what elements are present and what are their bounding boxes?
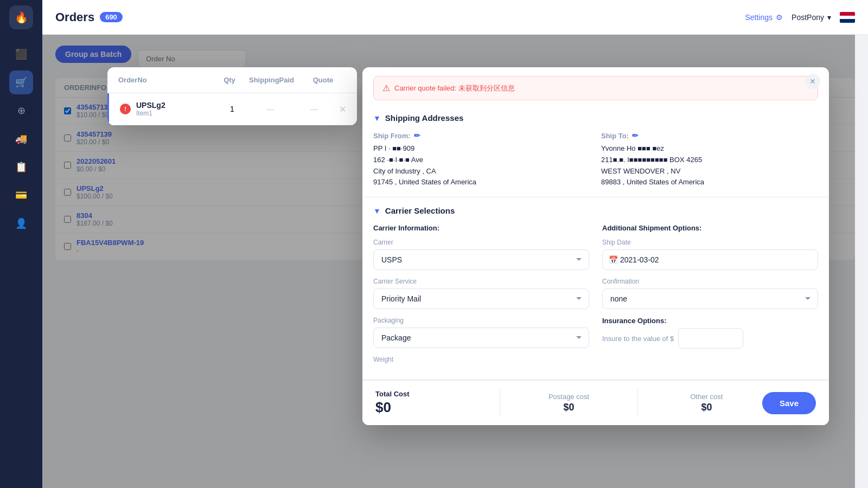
products-icon: 🛒 (15, 76, 27, 88)
total-cost-value: $0 (375, 399, 487, 416)
chevron-collapse-icon[interactable]: ▼ (373, 114, 381, 123)
carrier-select[interactable]: USPS (373, 249, 589, 270)
weight-form-group: Weight (373, 356, 589, 363)
insurance-value-input[interactable] (678, 328, 743, 349)
carrier-error-banner: ⚠ Carrier quote failed: 未获取到分区信息 (373, 76, 818, 100)
orders-count-badge: 690 (100, 12, 123, 22)
calendar-icon: 📅 (609, 255, 618, 264)
save-button[interactable]: Save (762, 392, 816, 414)
packaging-form-group: Packaging Package (373, 317, 589, 348)
shipping-addresses-section: ▼ Shipping Addresses Ship From: ✏ PP I ·… (362, 105, 829, 197)
reports-icon: 📋 (15, 161, 27, 173)
addresses-grid: Ship From: ✏ PP I · ■■·909 162 ·■·I·■·■ … (373, 131, 818, 188)
shipping-addresses-label: Shipping Addresses (385, 113, 463, 123)
cost-divider (500, 389, 500, 416)
ship-to-line2: 211■.■. I■■■■■■■■■ BOX 4265 (601, 155, 818, 166)
item-qty: 1 (219, 105, 246, 113)
sidebar-item-scan[interactable]: ⊕ (9, 99, 33, 123)
edit-ship-to-icon[interactable]: ✏ (632, 131, 639, 140)
error-message: Carrier quote failed: 未获取到分区信息 (394, 84, 515, 93)
confirmation-select[interactable]: none (602, 288, 818, 309)
settings-label: Settings (745, 13, 773, 22)
remove-item-button[interactable]: ✕ (339, 104, 346, 114)
edit-ship-from-icon[interactable]: ✏ (414, 131, 420, 140)
ship-to-line4: 89883 , United States of America (601, 177, 818, 188)
item-quote: — (295, 105, 334, 113)
carrier-info-label: Carrier Information: (373, 224, 589, 232)
insurance-input-row: Insure to the value of $ (602, 328, 818, 349)
section-title-shipping: ▼ Shipping Addresses (373, 113, 818, 123)
logo-icon: 🔥 (15, 11, 28, 24)
sidebar-item-billing[interactable]: 💳 (9, 183, 33, 207)
insurance-section: Insurance Options: Insure to the value o… (602, 317, 818, 349)
ship-from-line1: PP I · ■■·909 (373, 143, 590, 155)
settings-button[interactable]: Settings ⚙ (745, 13, 783, 22)
total-cost-block: Total Cost $0 (375, 390, 487, 416)
sidebar-item-users[interactable]: 👤 (9, 211, 33, 235)
topbar: Orders 690 Settings ⚙ PostPony ▾ (42, 0, 868, 35)
ship-from-block: Ship From: ✏ PP I · ■■·909 162 ·■·I·■·■ … (373, 131, 590, 188)
error-indicator: ! (120, 104, 131, 114)
col-shippingpaid-header: ShippingPaid (248, 76, 295, 84)
user-menu-button[interactable]: PostPony ▾ (792, 13, 831, 22)
order-item-row[interactable]: ! UPSLg2 Item1 1 — — ✕ (107, 93, 357, 125)
content-area: Group as Batch ORDERINFO 435457137 $10.0… (42, 35, 868, 488)
carrier-service-select[interactable]: Priority Mail (373, 288, 589, 309)
additional-shipment-label: Additional Shipment Options: (602, 224, 818, 232)
close-modal-button[interactable]: ✕ (805, 74, 820, 89)
ship-from-line4: 91745 , United States of America (373, 177, 590, 188)
packaging-select[interactable]: Package (373, 328, 589, 348)
orders-title: Orders (55, 10, 94, 24)
weight-label: Weight (373, 356, 589, 363)
save-label: Save (780, 399, 799, 408)
page-title: Orders 690 (55, 10, 123, 24)
main-area: Orders 690 Settings ⚙ PostPony ▾ Group a… (42, 0, 868, 488)
ship-to-block: Ship To: ✏ Yvonne Ho ■■■ ■ez 211■.■. I■■… (601, 131, 818, 188)
ship-from-line2: 162 ·■·I·■·■ Ave (373, 155, 590, 166)
ship-to-line3: WEST WENDOVER , NV (601, 166, 818, 177)
packaging-label: Packaging (373, 317, 589, 324)
ship-date-form-group: Ship Date 📅 (602, 239, 818, 270)
postage-cost-label: Postage cost (548, 393, 589, 401)
confirmation-form-group: Confirmation none (602, 278, 818, 309)
postage-cost-value: $0 (563, 402, 574, 413)
confirmation-label: Confirmation (602, 278, 818, 285)
total-cost-label: Total Cost (375, 390, 487, 398)
shipping-details-modal: ✕ ⚠ Carrier quote failed: 未获取到分区信息 ▼ Shi… (362, 67, 829, 425)
col-quote-header: Quote (300, 76, 346, 84)
insurance-label: Insurance Options: (602, 317, 818, 325)
ship-from-label: Ship From: ✏ (373, 131, 590, 140)
user-label: PostPony (792, 13, 824, 22)
item-order-info: UPSLg2 Item1 (136, 101, 213, 117)
carrier-label: Carrier (373, 239, 589, 246)
sidebar: 🔥 ⬛ 🛒 ⊕ 🚚 📋 💳 👤 (0, 0, 42, 488)
ship-to-label: Ship To: ✏ (601, 131, 818, 140)
ship-date-input-wrapper: 📅 (602, 249, 818, 270)
modal-footer: Total Cost $0 Postage cost $0 Other cost… (362, 380, 829, 425)
sidebar-item-products[interactable]: 🛒 (9, 70, 33, 94)
topbar-right: Settings ⚙ PostPony ▾ (745, 12, 855, 23)
col-qty-header: Qty (216, 76, 243, 84)
ship-date-input[interactable] (602, 249, 818, 270)
carrier-selections-section: ▼ Carrier Selections Carrier Information… (362, 197, 829, 380)
cost-divider-2 (637, 389, 638, 416)
sidebar-logo[interactable]: 🔥 (9, 5, 33, 29)
item-order-id: UPSLg2 (136, 101, 213, 110)
col-orderno-header: OrderNo (118, 76, 210, 84)
carrier-form-group: Carrier USPS (373, 239, 589, 270)
gear-icon: ⚙ (776, 13, 783, 22)
item-shipping-paid: — (251, 105, 290, 113)
sidebar-item-shipping[interactable]: 🚚 (9, 127, 33, 151)
sidebar-item-orders[interactable]: ⬛ (9, 42, 33, 66)
ship-date-label: Ship Date (602, 239, 818, 246)
sidebar-item-reports[interactable]: 📋 (9, 155, 33, 179)
scan-icon: ⊕ (17, 105, 25, 117)
chevron-down-icon: ▾ (827, 13, 831, 22)
error-icon: ⚠ (382, 83, 390, 93)
carrier-grid: Carrier Information: Carrier USPS Carrie… (373, 224, 818, 371)
other-cost-block: Other cost $0 (651, 393, 762, 413)
users-icon: 👤 (15, 217, 27, 229)
chevron-collapse-carrier-icon[interactable]: ▼ (373, 207, 381, 215)
carrier-info-col: Carrier Information: Carrier USPS Carrie… (373, 224, 589, 371)
flag-icon (840, 12, 855, 23)
